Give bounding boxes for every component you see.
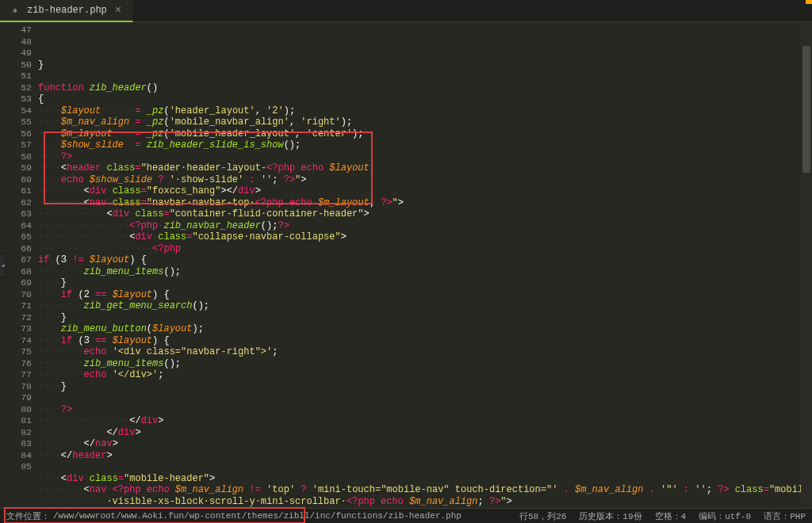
tab-zib-header[interactable]: ◆ zib-header.php × — [0, 0, 133, 22]
file-path: /www/wwwroot/www.Aoki.fun/wp-content/the… — [53, 511, 462, 521]
tab-bar: ◆ zib-header.php × — [0, 0, 812, 22]
tab-title: zib-header.php — [27, 5, 107, 16]
panel-collapse-handle[interactable]: ◂ — [0, 253, 6, 278]
close-icon[interactable]: × — [113, 4, 123, 17]
php-file-icon: ◆ — [10, 5, 21, 16]
indent-setting[interactable]: 空格：4 — [655, 510, 687, 522]
marker-strip — [806, 0, 812, 4]
scrollbar-thumb[interactable] — [802, 46, 810, 173]
cursor-position[interactable]: 行58，列26 — [519, 510, 566, 522]
scrollbar-track[interactable] — [801, 22, 812, 508]
file-path-label: 文件位置： — [6, 510, 50, 522]
language-mode[interactable]: 语言：PHP — [764, 510, 806, 522]
status-bar: 文件位置： /www/wwwroot/www.Aoki.fun/wp-conte… — [0, 508, 812, 523]
encoding[interactable]: 编码：utf-8 — [699, 510, 751, 522]
history-version[interactable]: 历史版本：19份 — [579, 510, 642, 522]
editor-area[interactable]: ◂ 47484950515253545556575859606162636465… — [0, 22, 812, 508]
code-content[interactable]: }function zib_header(){····$layout······… — [38, 22, 812, 508]
